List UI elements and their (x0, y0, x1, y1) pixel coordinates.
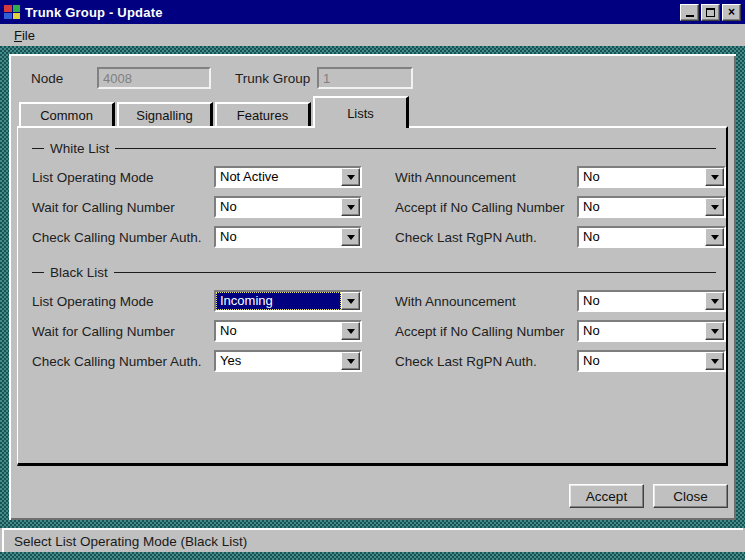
wl-accept-if-no-calling-number-label: Accept if No Calling Number (395, 200, 577, 215)
bl-wait-for-calling-number-label: Wait for Calling Number (32, 324, 214, 339)
wl-check-last-rgpn-auth-combo[interactable]: No (577, 226, 726, 248)
action-button-row: Accept Close (569, 484, 728, 508)
menu-bar: File (0, 24, 745, 46)
white-list-title: White List (50, 141, 109, 156)
tab-features[interactable]: Features (215, 102, 311, 126)
trunk-group-field: 1 (317, 67, 413, 89)
lists-tab-page: White List List Operating Mode Not Activ… (17, 126, 728, 466)
wl-list-operating-mode-combo[interactable]: Not Active (214, 166, 362, 188)
status-bar: Select List Operating Mode (Black List) (2, 528, 743, 552)
tab-strip: Common Signalling Features Lists (17, 96, 728, 126)
white-list-row-3: Check Calling Number Auth. No Check Last… (32, 226, 720, 248)
minimize-icon (686, 15, 694, 17)
white-list-row-1: List Operating Mode Not Active With Anno… (32, 166, 720, 188)
dropdown-button[interactable] (705, 228, 724, 246)
chevron-down-icon (347, 235, 355, 240)
chevron-down-icon (711, 235, 719, 240)
bl-check-calling-number-auth-combo[interactable]: Yes (214, 350, 362, 372)
tab-signalling[interactable]: Signalling (117, 102, 213, 126)
close-button[interactable]: × (722, 4, 741, 21)
chevron-down-icon (711, 299, 719, 304)
dropdown-button[interactable] (341, 322, 360, 340)
white-list-row-2: Wait for Calling Number No Accept if No … (32, 196, 720, 218)
chevron-down-icon (711, 359, 719, 364)
trunk-group-label: Trunk Group (235, 71, 317, 86)
minimize-button[interactable] (680, 4, 699, 21)
node-field: 4008 (97, 67, 211, 89)
dropdown-button[interactable] (705, 198, 724, 216)
maximize-button[interactable] (701, 4, 720, 21)
dropdown-button[interactable] (341, 228, 360, 246)
black-list-row-3: Check Calling Number Auth. Yes Check Las… (32, 350, 720, 372)
app-icon (4, 5, 20, 19)
dropdown-button[interactable] (341, 198, 360, 216)
bl-check-calling-number-auth-label: Check Calling Number Auth. (32, 354, 214, 369)
maximize-icon (706, 8, 715, 17)
wl-check-calling-number-auth-combo[interactable]: No (214, 226, 362, 248)
close-dialog-button[interactable]: Close (653, 484, 728, 508)
chevron-down-icon (711, 329, 719, 334)
dropdown-button[interactable] (341, 352, 360, 370)
dialog-frame: Node 4008 Trunk Group 1 Common Signallin… (0, 46, 745, 528)
wl-wait-for-calling-number-label: Wait for Calling Number (32, 200, 214, 215)
bl-list-operating-mode-label: List Operating Mode (32, 294, 214, 309)
wl-wait-for-calling-number-combo[interactable]: No (214, 196, 362, 218)
title-bar: Trunk Group - Update × (0, 0, 745, 24)
bl-check-last-rgpn-auth-combo[interactable]: No (577, 350, 726, 372)
footer-border (0, 552, 745, 560)
black-list-row-1: List Operating Mode Incoming With Announ… (32, 290, 720, 312)
white-list-separator: White List (32, 140, 716, 156)
wl-accept-if-no-calling-number-combo[interactable]: No (577, 196, 726, 218)
wl-check-last-rgpn-auth-label: Check Last RgPN Auth. (395, 230, 577, 245)
close-icon: × (728, 7, 735, 17)
status-text: Select List Operating Mode (Black List) (14, 534, 247, 549)
bl-list-operating-mode-combo[interactable]: Incoming (214, 290, 362, 312)
dropdown-button[interactable] (705, 352, 724, 370)
black-list-row-2: Wait for Calling Number No Accept if No … (32, 320, 720, 342)
menu-file[interactable]: File (8, 26, 41, 45)
wl-with-announcement-label: With Announcement (395, 170, 577, 185)
wl-with-announcement-combo[interactable]: No (577, 166, 726, 188)
black-list-separator: Black List (32, 264, 716, 280)
chevron-down-icon (347, 329, 355, 334)
dropdown-button[interactable] (341, 292, 360, 310)
wl-check-calling-number-auth-label: Check Calling Number Auth. (32, 230, 214, 245)
bl-with-announcement-label: With Announcement (395, 294, 577, 309)
accept-button[interactable]: Accept (569, 484, 644, 508)
chevron-down-icon (711, 205, 719, 210)
app-window: Trunk Group - Update × File Node 4008 Tr… (0, 0, 745, 560)
bl-with-announcement-combo[interactable]: No (577, 290, 726, 312)
dropdown-button[interactable] (705, 168, 724, 186)
bl-wait-for-calling-number-combo[interactable]: No (214, 320, 362, 342)
black-list-title: Black List (50, 265, 108, 280)
bl-check-last-rgpn-auth-label: Check Last RgPN Auth. (395, 354, 577, 369)
node-label: Node (31, 71, 97, 86)
bl-accept-if-no-calling-number-label: Accept if No Calling Number (395, 324, 577, 339)
chevron-down-icon (347, 359, 355, 364)
tab-common[interactable]: Common (19, 102, 115, 126)
chevron-down-icon (347, 205, 355, 210)
chevron-down-icon (711, 175, 719, 180)
dropdown-button[interactable] (341, 168, 360, 186)
tab-lists[interactable]: Lists (313, 96, 409, 128)
dropdown-button[interactable] (705, 292, 724, 310)
wl-list-operating-mode-label: List Operating Mode (32, 170, 214, 185)
chevron-down-icon (347, 175, 355, 180)
header-field-row: Node 4008 Trunk Group 1 (17, 64, 728, 92)
dialog-panel: Node 4008 Trunk Group 1 Common Signallin… (9, 54, 736, 520)
window-title: Trunk Group - Update (25, 5, 678, 20)
dropdown-button[interactable] (705, 322, 724, 340)
chevron-down-icon (347, 299, 355, 304)
bl-accept-if-no-calling-number-combo[interactable]: No (577, 320, 726, 342)
